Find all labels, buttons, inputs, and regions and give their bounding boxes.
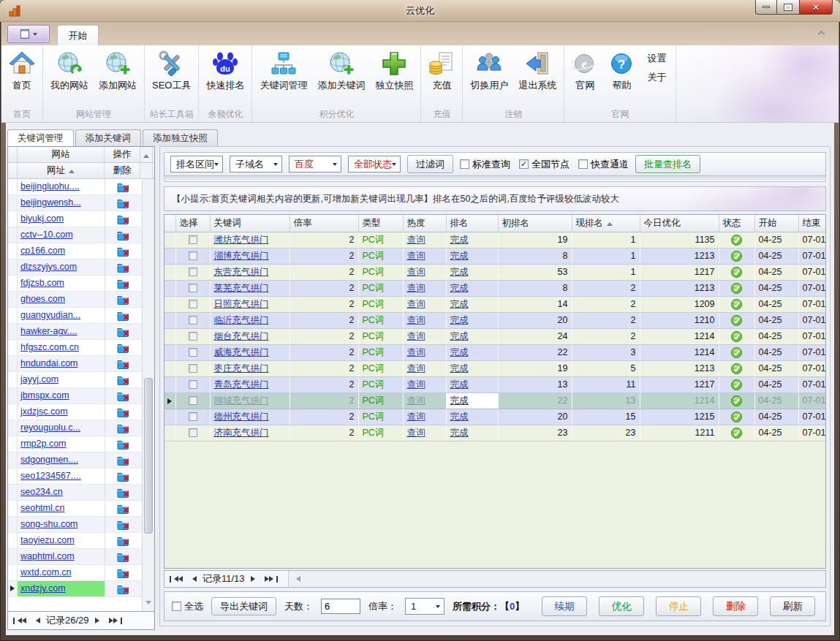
close-button[interactable]: ✕ <box>799 0 833 15</box>
official-site-button[interactable]: e 官网 <box>567 49 603 92</box>
keyword-link[interactable]: 聊城充气拱门 <box>214 395 269 406</box>
row-checkbox[interactable] <box>189 412 197 421</box>
rate-dropdown[interactable]: 1 <box>405 598 444 615</box>
keyword-row[interactable]: 德州充气拱门 2 PC词 查询 完成 20 15 1215 <box>164 409 825 425</box>
row-checkbox[interactable] <box>189 396 197 405</box>
rank-link[interactable]: 完成 <box>450 347 469 357</box>
rank-link[interactable]: 完成 <box>450 411 469 422</box>
hot-link[interactable]: 查询 <box>407 331 425 341</box>
col-keyword[interactable]: 关键词 <box>210 215 290 232</box>
help-button[interactable]: ? 帮助 <box>603 49 640 92</box>
filter-dropdown[interactable]: 排名区间 <box>170 156 223 172</box>
site-list-scrollbar[interactable] <box>142 179 154 611</box>
site-row[interactable]: song-shu.com <box>8 517 142 533</box>
keyword-link[interactable]: 烟台充气拱门 <box>214 331 269 341</box>
seo-tools-button[interactable]: SEO工具 <box>147 49 196 92</box>
delete-site-button[interactable] <box>105 340 140 355</box>
rank-link[interactable]: 完成 <box>450 395 469 406</box>
keyword-link[interactable]: 威海充气拱门 <box>214 347 269 357</box>
minimize-button[interactable] <box>755 0 777 15</box>
site-link[interactable]: dlzszyjys.com <box>20 262 77 272</box>
delete-site-button[interactable] <box>105 549 140 564</box>
ribbon-collapse-button[interactable] <box>819 31 825 38</box>
site-row[interactable]: seo1234567.... <box>8 469 142 485</box>
hot-link[interactable]: 查询 <box>407 251 425 261</box>
hot-link[interactable]: 查询 <box>407 363 425 373</box>
site-row[interactable]: rmp2p.com <box>8 436 142 452</box>
site-row[interactable]: jxdzjsc.com <box>8 404 142 420</box>
hot-link[interactable]: 查询 <box>407 235 425 245</box>
site-link[interactable]: seo234.cn <box>20 487 63 497</box>
site-row[interactable]: beijingluohu.... <box>8 179 142 195</box>
titlebar[interactable]: 云优化 ✕ <box>0 0 840 22</box>
keyword-link[interactable]: 德州充气拱门 <box>214 411 269 422</box>
row-select-cell[interactable] <box>175 312 210 328</box>
select-all-checkbox[interactable]: ✓ 全选 <box>172 600 203 613</box>
column-action[interactable]: 操作 <box>105 147 140 162</box>
site-link[interactable]: reyouguolu.c... <box>20 422 80 433</box>
row-select-cell[interactable] <box>175 376 210 392</box>
site-row[interactable]: hfgszc.com.cn <box>8 340 142 356</box>
col-end[interactable]: 结束 <box>798 215 825 232</box>
col-start[interactable]: 开始 <box>754 215 798 232</box>
app-menu-button[interactable] <box>7 25 50 43</box>
keyword-link[interactable]: 日照充气拱门 <box>214 299 269 309</box>
hot-link[interactable]: 查询 <box>407 315 425 325</box>
col-type[interactable]: 类型 <box>358 215 403 232</box>
row-checkbox[interactable] <box>189 364 197 373</box>
last-page-button[interactable] <box>109 618 122 624</box>
site-link[interactable]: taoyiezu.com <box>20 535 75 545</box>
keyword-row[interactable]: 莱芜充气拱门 2 PC词 查询 完成 8 2 1213 <box>164 280 825 296</box>
filter-checkbox[interactable]: ✓ 快查通道 <box>578 158 629 171</box>
row-select-cell[interactable] <box>175 425 210 441</box>
site-row[interactable]: dlzszyjys.com <box>8 259 142 276</box>
site-link[interactable]: wxtd.com.cn <box>20 567 71 577</box>
keyword-row[interactable]: 烟台充气拱门 2 PC词 查询 完成 24 2 1214 <box>164 328 825 344</box>
delete-site-button[interactable] <box>105 452 140 468</box>
keyword-link[interactable]: 青岛充气拱门 <box>214 379 269 390</box>
column-site[interactable]: 网站 <box>18 147 105 162</box>
filter-dropdown[interactable]: 子域名 <box>230 156 282 172</box>
keyword-row[interactable]: 潍坊充气拱门 2 PC词 查询 完成 19 1 1135 <box>164 232 825 248</box>
hot-link[interactable]: 查询 <box>407 428 425 438</box>
col-init-rank[interactable]: 初排名 <box>498 215 572 232</box>
action-button[interactable]: 刷新 <box>770 596 815 616</box>
site-link[interactable]: song-shu.com <box>20 519 78 529</box>
hot-link[interactable]: 查询 <box>407 267 425 277</box>
rank-link[interactable]: 完成 <box>450 331 469 341</box>
site-link[interactable]: jxdzjsc.com <box>20 406 68 417</box>
export-keywords-button[interactable]: 导出关键词 <box>211 597 276 615</box>
keyword-row[interactable]: 威海充气拱门 2 PC词 查询 完成 22 3 1214 <box>164 344 825 360</box>
delete-site-button[interactable] <box>105 436 140 452</box>
maximize-button[interactable] <box>777 0 799 15</box>
keyword-row[interactable]: 济南充气拱门 2 PC词 查询 完成 23 23 1211 <box>164 425 825 441</box>
site-row[interactable]: seohtml.cn <box>8 501 142 517</box>
keyword-link[interactable]: 莱芜充气拱门 <box>214 283 269 293</box>
add-keyword-button[interactable]: 添加关键词 <box>312 49 370 92</box>
action-button[interactable]: 删除 <box>713 596 758 616</box>
rank-link[interactable]: 完成 <box>450 299 469 309</box>
fast-rank-button[interactable]: du 快速排名 <box>201 49 249 92</box>
rank-link[interactable]: 完成 <box>450 428 469 438</box>
keyword-row[interactable]: 临沂充气拱门 2 PC词 查询 完成 20 2 1210 <box>164 312 825 328</box>
keyword-row[interactable]: 聊城充气拱门 2 PC词 查询 完成 22 13 1214 <box>164 392 825 409</box>
hot-link[interactable]: 查询 <box>407 347 425 357</box>
site-link[interactable]: ghoes.com <box>20 294 65 304</box>
delete-site-button[interactable] <box>105 565 140 580</box>
site-link[interactable]: hfgszc.com.cn <box>20 342 79 352</box>
rank-link[interactable]: 完成 <box>450 283 469 293</box>
site-row[interactable]: beijingwensh... <box>8 195 142 211</box>
delete-site-button[interactable] <box>105 243 140 259</box>
col-rate[interactable]: 倍率 <box>290 215 358 232</box>
site-row[interactable]: hndundai.com <box>8 356 142 372</box>
about-button[interactable]: 关于 <box>647 71 666 84</box>
col-rank[interactable]: 排名 <box>446 215 498 232</box>
document-tab[interactable]: 添加关键词 <box>75 129 142 146</box>
site-row[interactable]: wxtd.com.cn <box>8 565 142 581</box>
delete-site-button[interactable] <box>105 517 140 532</box>
row-select-cell[interactable] <box>175 296 210 312</box>
hot-link[interactable]: 查询 <box>407 299 425 309</box>
row-checkbox[interactable] <box>189 348 197 357</box>
delete-site-button[interactable] <box>105 211 140 227</box>
first-page-button[interactable] <box>170 576 183 583</box>
